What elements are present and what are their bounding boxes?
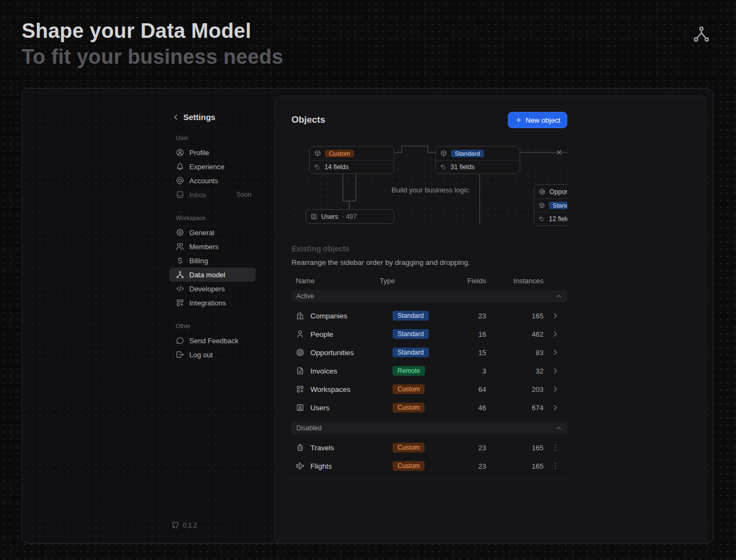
- fields-count: 23: [447, 462, 486, 470]
- sidebar-item-data-model[interactable]: Data model: [169, 268, 256, 282]
- apps-icon: [296, 385, 304, 394]
- instances-count: 165: [486, 462, 543, 470]
- user-circle-icon: [176, 148, 184, 157]
- target-icon: [296, 348, 304, 357]
- sidebar-item-label: Profile: [189, 149, 209, 157]
- type-badge: Standard: [393, 311, 429, 321]
- nav-section-label: User: [176, 135, 256, 141]
- object-row-invoices[interactable]: InvoicesRemote332: [291, 362, 567, 380]
- fields-count: 46: [447, 404, 486, 412]
- settings-sidebar: Settings UserProfileExperienceAccountsIn…: [169, 89, 256, 543]
- sidebar-item-profile[interactable]: Profile: [169, 145, 256, 159]
- plane-icon: [296, 462, 304, 470]
- chevron-right-icon[interactable]: [551, 403, 560, 412]
- new-object-button[interactable]: New object: [508, 112, 567, 128]
- sidebar-item-experience[interactable]: Experience: [169, 159, 256, 174]
- instances-count: 674: [486, 404, 543, 412]
- user-square-icon: [296, 403, 304, 412]
- bell-icon: [176, 162, 184, 171]
- type-badge: Custom: [393, 384, 425, 394]
- github-icon: [171, 521, 180, 529]
- object-diagram: Custom 14 fields Standard 31 fields: [291, 141, 567, 227]
- column-type: Type: [380, 277, 447, 285]
- settings-title: Settings: [183, 112, 215, 122]
- objects-panel: Objects New object Custom: [275, 96, 706, 544]
- fields-count: 23: [447, 444, 486, 452]
- close-icon[interactable]: [555, 149, 563, 156]
- group-header-disabled[interactable]: Disabled: [291, 422, 567, 434]
- tag-icon: [539, 216, 545, 222]
- column-fields: Fields: [447, 277, 486, 285]
- diagram-node-opportunities[interactable]: Opportunities Standard 12 fields: [534, 184, 567, 226]
- apps-icon: [176, 298, 184, 307]
- sidebar-item-log-out[interactable]: Log out: [169, 348, 256, 362]
- sidebar-item-members[interactable]: Members: [169, 239, 256, 254]
- type-badge: Standard: [393, 329, 429, 339]
- instances-count: 203: [486, 385, 543, 394]
- object-row-opportunities[interactable]: OpportunitiesStandard1583: [291, 343, 567, 362]
- chevron-right-icon[interactable]: [551, 385, 560, 394]
- object-row-workspaces[interactable]: WorkspacesCustom64203: [291, 380, 567, 398]
- chevron-right-icon[interactable]: [551, 311, 560, 320]
- type-badge: Custom: [393, 403, 425, 412]
- chevron-right-icon[interactable]: [551, 366, 560, 375]
- tag-icon: [440, 164, 447, 170]
- page-title: Shape your Data Model: [22, 19, 251, 43]
- sidebar-item-inbox[interactable]: InboxSoon: [169, 188, 256, 202]
- sidebar-item-integrations[interactable]: Integrations: [169, 296, 256, 310]
- luggage-icon: [296, 443, 304, 452]
- instances-count: 83: [486, 349, 543, 357]
- instances-count: 165: [486, 444, 543, 452]
- settings-back-button[interactable]: Settings: [171, 112, 256, 122]
- sidebar-item-billing[interactable]: Billing: [169, 254, 256, 268]
- object-name: Opportunities: [310, 349, 354, 357]
- instances-count: 32: [486, 367, 543, 375]
- object-row-people[interactable]: PeopleStandard16462: [291, 325, 567, 343]
- building-icon: [296, 311, 304, 320]
- sidebar-item-label: Log out: [189, 351, 213, 359]
- existing-objects-heading: Existing objects: [291, 244, 567, 253]
- fields-count: 14 fields: [324, 163, 349, 171]
- sidebar-item-send-feedback[interactable]: Send Feedback: [169, 334, 256, 348]
- type-badge: Custom: [393, 461, 425, 471]
- existing-objects-description: Rearrange the sidebar order by dragging …: [291, 258, 567, 266]
- sidebar-item-general[interactable]: General: [169, 225, 256, 239]
- diagram-caption: Build your business logic: [392, 186, 469, 194]
- chevron-right-icon[interactable]: [551, 330, 560, 338]
- sidebar-item-accounts[interactable]: Accounts: [169, 174, 256, 188]
- object-icon: [314, 150, 321, 157]
- inbox-icon: [176, 190, 184, 199]
- type-badge: Standard: [549, 202, 567, 209]
- chevron-right-icon[interactable]: [551, 348, 560, 357]
- object-icon: [440, 150, 447, 157]
- object-name: Workspaces: [310, 385, 350, 394]
- object-row-flights[interactable]: FlightsCustom23165: [291, 457, 567, 475]
- sidebar-item-label: Developers: [189, 285, 225, 293]
- fields-count: 31 fields: [450, 163, 475, 171]
- sidebar-item-label: Members: [189, 243, 218, 251]
- object-name: Travels: [310, 444, 334, 452]
- diagram-node-standard[interactable]: Standard 31 fields: [435, 146, 520, 174]
- chevron-up-icon: [555, 292, 562, 300]
- at-icon: [176, 176, 184, 185]
- chevron-left-icon: [171, 113, 180, 122]
- type-badge: Custom: [393, 443, 425, 452]
- sidebar-item-developers[interactable]: Developers: [169, 282, 256, 296]
- users-icon: [176, 242, 184, 251]
- diagram-node-custom[interactable]: Custom 14 fields: [309, 146, 394, 174]
- code-icon: [176, 284, 184, 293]
- type-badge: Remote: [393, 366, 425, 376]
- object-row-travels[interactable]: TravelsCustom23165: [291, 438, 567, 457]
- data-model-icon: [176, 270, 184, 279]
- object-row-users[interactable]: UsersCustom46674: [291, 398, 567, 417]
- dots-vertical-icon[interactable]: [551, 443, 560, 452]
- soon-badge: Soon: [236, 191, 251, 198]
- object-row-companies[interactable]: CompaniesStandard23165: [291, 306, 567, 325]
- logout-icon: [176, 350, 184, 359]
- group-header-active[interactable]: Active: [291, 290, 567, 302]
- page-subtitle: To fit your business needs: [22, 45, 283, 69]
- object-name: Flights: [310, 462, 332, 470]
- diagram-node-users[interactable]: Users · 497: [306, 209, 394, 224]
- dots-vertical-icon[interactable]: [551, 462, 560, 470]
- fields-count: 16: [447, 330, 486, 338]
